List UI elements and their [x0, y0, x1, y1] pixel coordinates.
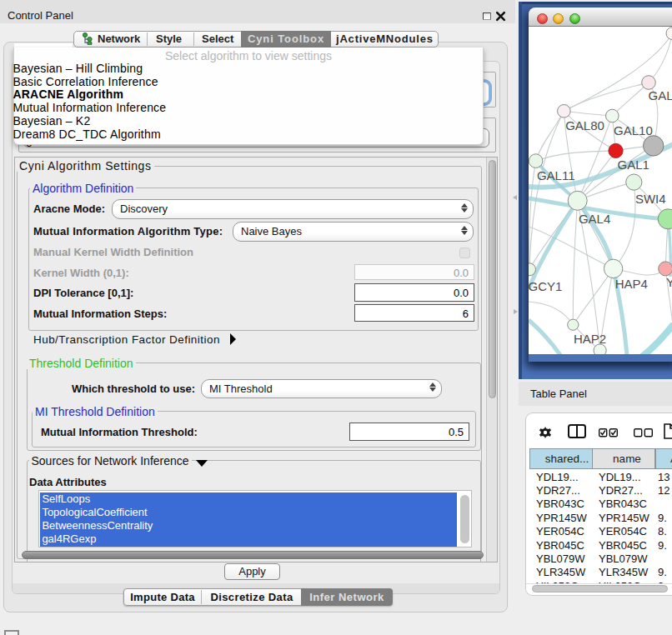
svg-text:GAL4: GAL4: [579, 212, 610, 226]
svg-text:HAP4: HAP4: [615, 277, 648, 291]
svg-text:YJ: YJ: [666, 275, 672, 289]
svg-text:GAL10: GAL10: [614, 123, 653, 138]
svg-text:HAP2: HAP2: [574, 332, 606, 346]
svg-text:GAL1: GAL1: [618, 158, 649, 172]
svg-text:GAL11: GAL11: [537, 168, 575, 182]
svg-text:GAL80: GAL80: [565, 118, 604, 132]
svg-text:GCY1: GCY1: [529, 279, 562, 293]
svg-text:SWI4: SWI4: [635, 192, 666, 206]
svg-text:GAL2: GAL2: [649, 88, 672, 102]
